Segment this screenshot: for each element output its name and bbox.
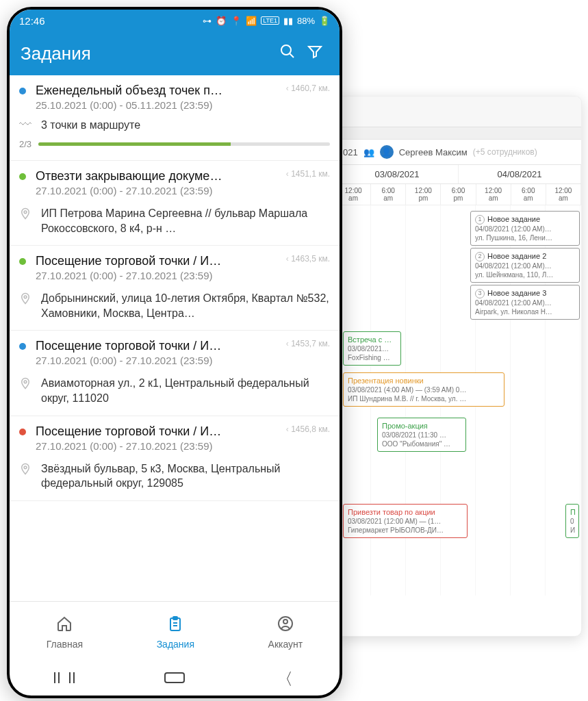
svg-line-1 [290, 53, 294, 58]
system-nav: 〈 [10, 663, 340, 696]
task-dates: 27.10.2021 (0:00) - 27.10.2021 (23:59) [36, 355, 277, 366]
task-list[interactable]: Еженедельный объезд точек п…25.10.2021 (… [10, 75, 340, 601]
task-dates: 27.10.2021 (0:00) - 27.10.2021 (23:59) [36, 440, 277, 452]
task-location: Авиамоторная ул., 2 к1, Центральный феде… [41, 376, 330, 405]
task-title: Посещение торговой точки / И… [36, 424, 277, 439]
status-dot [19, 429, 26, 435]
group-icon[interactable]: 👥 [363, 147, 374, 157]
nav-tasks-label: Задания [157, 639, 194, 650]
clock: 12:46 [19, 15, 203, 27]
task-item[interactable]: Посещение торговой точки / И…27.10.2021 … [10, 246, 340, 331]
bottom-nav: Главная Задания Аккаунт [10, 601, 340, 663]
pin-icon [19, 207, 31, 220]
location-icon: 📍 [231, 16, 242, 26]
avatar[interactable]: 👤 [380, 145, 394, 159]
pin-icon [19, 292, 31, 305]
task-dates: 27.10.2021 (0:00) - 27.10.2021 (23:59) [36, 185, 277, 196]
date-col[interactable]: 03/08/2021 [336, 165, 459, 183]
svg-point-3 [24, 296, 27, 298]
key-icon: ⊶ [203, 16, 212, 26]
calendar-card[interactable]: Промо-акция03/08/2021 (11:30 …ООО "Рыбом… [377, 418, 466, 452]
task-title: Еженедельный объезд точек п… [36, 84, 277, 98]
back-button[interactable]: 〈 [274, 668, 295, 690]
status-bar: 12:46 ⊶ ⏰ 📍 📶 LTE1 ▮▮ 88% 🔋 [10, 10, 340, 31]
calendar-card[interactable]: Презентация новинки03/08/2021 (4:00 AM) … [343, 372, 504, 407]
svg-point-4 [24, 381, 27, 383]
user-name: Сергеев Максим [399, 147, 468, 157]
hour-label: 12:00am [476, 184, 511, 205]
hour-label: 6:00am [371, 184, 406, 205]
nav-home[interactable]: Главная [47, 615, 83, 650]
task-title: Посещение торговой точки / И… [36, 339, 277, 353]
hour-label: 6:00am [511, 184, 546, 205]
task-dates: 25.10.2021 (0:00) - 05.11.2021 (23:59) [36, 99, 277, 111]
date-bar: 03/08/2021 04/08/2021 [336, 164, 581, 184]
nav-tasks[interactable]: Задания [157, 615, 194, 650]
hour-label: 6:00pm [441, 184, 476, 205]
route-icon: 〰 [19, 118, 31, 132]
task-distance: 1456,8 км. [286, 424, 330, 434]
task-distance: 1451,1 км. [286, 169, 330, 179]
calendar-card[interactable]: П0И [565, 504, 579, 538]
status-dot [19, 88, 26, 94]
wifi-icon: 📶 [246, 16, 257, 26]
nav-home-label: Главная [47, 639, 83, 650]
recent-apps-button[interactable] [54, 672, 75, 687]
svg-point-0 [281, 45, 291, 55]
progress-bar [38, 142, 330, 146]
phone-frame: 12:46 ⊶ ⏰ 📍 📶 LTE1 ▮▮ 88% 🔋 Задания Ежен… [7, 7, 342, 698]
calendar-header: 021 👥 👤 Сергеев Максим (+5 сотрудников) [336, 140, 581, 164]
task-item[interactable]: Отвезти закрывающие докуме…27.10.2021 (0… [10, 161, 340, 246]
status-dot [19, 173, 26, 180]
nav-account-label: Аккаунт [268, 639, 303, 650]
clipboard-icon [157, 615, 194, 636]
alarm-icon: ⏰ [216, 16, 227, 26]
page-title: Задания [21, 43, 274, 64]
date-col[interactable]: 04/08/2021 [459, 165, 581, 183]
task-dates: 27.10.2021 (0:00) - 27.10.2021 (23:59) [36, 270, 277, 281]
route-info: 3 точки в маршруте [41, 119, 140, 131]
filter-icon[interactable] [301, 43, 329, 64]
calendar-card[interactable]: Привезти товар по акции03/08/2021 (12:00… [343, 504, 468, 538]
app-header: Задания [10, 31, 340, 75]
nav-account[interactable]: Аккаунт [268, 615, 303, 650]
pin-icon [19, 377, 31, 390]
pin-icon [19, 463, 31, 475]
svg-point-2 [24, 211, 27, 214]
task-item[interactable]: Посещение торговой точки / И…27.10.2021 … [10, 416, 340, 501]
battery-icon: 🔋 [319, 16, 330, 26]
task-title: Посещение торговой точки / И… [36, 254, 277, 268]
task-location: ИП Петрова Марина Сергеевна // бульвар М… [41, 206, 330, 235]
calendar-card[interactable]: ⠿1Новое задание04/08/2021 (12:00 AM)…ул.… [470, 211, 580, 246]
window-tabbar [336, 127, 581, 140]
volte-icon: LTE1 [261, 16, 279, 25]
year-fragment: 021 [343, 147, 358, 157]
calendar-window: 021 👥 👤 Сергеев Максим (+5 сотрудников) … [335, 96, 582, 637]
hour-label: 12:00am [546, 184, 581, 205]
home-button[interactable] [164, 672, 185, 687]
user-extra: (+5 сотрудников) [473, 147, 537, 157]
task-title: Отвезти закрывающие докуме… [36, 169, 277, 183]
hours-bar: 12:00am6:00am12:00pm6:00pm12:00am6:00am1… [336, 184, 581, 205]
task-item[interactable]: Еженедельный объезд точек п…25.10.2021 (… [10, 75, 340, 161]
search-icon[interactable] [274, 43, 301, 64]
task-location: Звёздный бульвар, 5 к3, Москва, Централь… [41, 461, 330, 491]
window-titlebar [336, 97, 581, 127]
svg-point-11 [283, 620, 287, 624]
task-distance: 1453,7 км. [286, 339, 330, 348]
status-dot [19, 343, 26, 350]
svg-point-5 [24, 466, 27, 468]
calendar-card[interactable]: ⠿3Новое задание 304/08/2021 (12:00 AM)…A… [470, 285, 580, 320]
account-icon [268, 615, 303, 636]
calendar-card[interactable]: Встреча с …03/08/2021…FoxFishing … [343, 331, 401, 366]
calendar-body[interactable]: ⠿1Новое задание04/08/2021 (12:00 AM)…ул.… [336, 205, 581, 596]
hour-label: 12:00pm [406, 184, 441, 205]
task-distance: 1460,7 км. [286, 84, 330, 93]
task-item[interactable]: Посещение торговой точки / И…27.10.2021 … [10, 331, 340, 416]
status-dot [19, 258, 26, 265]
task-location: Добрынинский, улица 10-летия Октября, Кв… [41, 291, 330, 320]
status-icons: ⊶ ⏰ 📍 📶 LTE1 ▮▮ 88% 🔋 [203, 16, 330, 26]
progress-label: 2/3 [19, 139, 31, 149]
calendar-card[interactable]: ⠿2Новое задание 204/08/2021 (12:00 AM)…у… [470, 248, 580, 283]
battery-text: 88% [297, 16, 315, 26]
